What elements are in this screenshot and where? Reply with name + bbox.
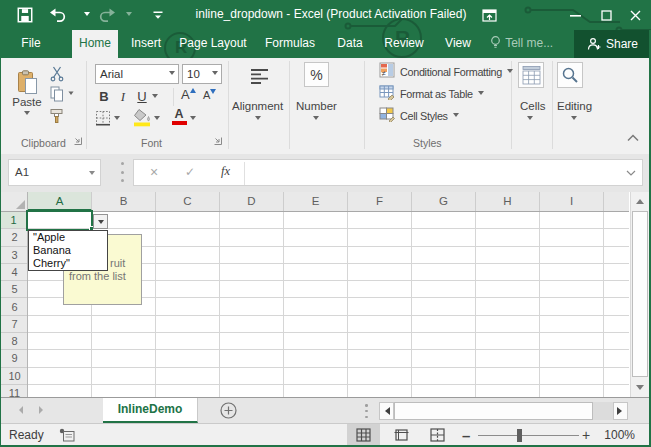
horizontal-scroll-thumb[interactable]: [394, 402, 593, 420]
row-header-3[interactable]: 3: [1, 247, 28, 264]
select-all-corner[interactable]: [1, 192, 28, 212]
cells-dropdown[interactable]: [527, 116, 533, 123]
cell-styles-button[interactable]: Cell Styles: [379, 108, 459, 124]
data-validation-dropdown-button[interactable]: [93, 214, 108, 229]
insert-function-button[interactable]: fx: [221, 164, 230, 179]
column-header-f[interactable]: F: [348, 192, 412, 211]
row-header-9[interactable]: 9: [1, 350, 28, 367]
column-header-b[interactable]: B: [92, 192, 156, 211]
share-button[interactable]: Share: [574, 30, 651, 58]
underline-button[interactable]: U: [135, 88, 149, 105]
ribbon-tab-file[interactable]: File: [8, 30, 54, 58]
ribbon-tab-review[interactable]: Review: [380, 30, 428, 58]
fill-color-button[interactable]: [133, 108, 152, 127]
selected-cell-a1[interactable]: [26, 210, 93, 231]
vertical-scrollbar[interactable]: [630, 192, 649, 397]
borders-button[interactable]: [95, 110, 111, 126]
font-color-dropdown[interactable]: [190, 116, 196, 123]
name-box[interactable]: A1: [8, 159, 101, 186]
ribbon-tab-insert[interactable]: Insert: [126, 30, 166, 58]
page-break-preview-button[interactable]: [421, 424, 454, 446]
ribbon-tab-home[interactable]: Home: [72, 30, 118, 58]
next-sheet-button[interactable]: [39, 406, 47, 414]
editing-button[interactable]: [557, 62, 583, 88]
row-header-5[interactable]: 5: [1, 281, 28, 298]
dropdown-item-2[interactable]: Banana: [29, 244, 107, 257]
alignment-button[interactable]: [245, 64, 273, 88]
save-button[interactable]: [17, 0, 33, 30]
column-header-i[interactable]: I: [540, 192, 604, 211]
undo-button[interactable]: [49, 0, 66, 30]
italic-button[interactable]: I: [117, 88, 129, 105]
editing-dropdown[interactable]: [571, 116, 577, 123]
zoom-out-button[interactable]: –: [462, 427, 470, 444]
dropdown-item-1[interactable]: "Apple: [29, 231, 107, 244]
font-name-combo[interactable]: Arial: [95, 64, 179, 84]
column-header-e[interactable]: E: [284, 192, 348, 211]
cut-button[interactable]: [50, 66, 64, 82]
formula-input[interactable]: [246, 160, 622, 185]
redo-dropdown[interactable]: [126, 0, 132, 30]
paste-button[interactable]: Paste: [9, 62, 45, 126]
cells-button[interactable]: [518, 62, 544, 88]
collapse-ribbon-button[interactable]: [627, 134, 639, 142]
number-format-button[interactable]: %: [304, 62, 329, 87]
tell-me-box[interactable]: Tell me...: [489, 30, 553, 57]
number-dropdown[interactable]: [313, 116, 319, 123]
tab-scrollbar-splitter[interactable]: [365, 404, 368, 418]
row-header-6[interactable]: 6: [1, 299, 28, 316]
expand-formula-bar-icon[interactable]: [626, 170, 636, 176]
zoom-in-button[interactable]: +: [582, 427, 590, 443]
font-dialog-launcher[interactable]: [213, 136, 223, 146]
ribbon-tab-page-layout[interactable]: Page Layout: [176, 30, 250, 58]
new-sheet-button[interactable]: [220, 402, 237, 423]
vertical-scroll-thumb[interactable]: [632, 211, 648, 377]
format-as-table-button[interactable]: Format as Table: [379, 86, 484, 102]
scroll-right-button[interactable]: [613, 402, 628, 420]
previous-sheet-button[interactable]: [15, 406, 23, 414]
dropdown-item-3[interactable]: Cherry": [29, 257, 107, 270]
copy-button[interactable]: [50, 86, 74, 102]
ribbon-tab-data[interactable]: Data: [330, 30, 370, 58]
cancel-button[interactable]: ×: [150, 164, 158, 180]
increase-font-size-button[interactable]: A: [181, 87, 196, 102]
column-header-g[interactable]: G: [412, 192, 476, 211]
enter-button[interactable]: ✓: [185, 165, 195, 179]
row-header-7[interactable]: 7: [1, 316, 28, 333]
zoom-slider-thumb[interactable]: [517, 429, 522, 442]
column-header-c[interactable]: C: [156, 192, 220, 211]
scroll-left-button[interactable]: [379, 402, 394, 420]
page-layout-view-button[interactable]: [385, 424, 418, 446]
ribbon-display-options-button[interactable]: [472, 0, 506, 30]
row-header-2[interactable]: 2: [1, 229, 28, 246]
ribbon-tab-formulas[interactable]: Formulas: [261, 30, 319, 58]
accessibility-checker-button[interactable]: [59, 428, 75, 445]
redo-button[interactable]: [99, 0, 116, 30]
font-size-combo[interactable]: 10: [182, 64, 222, 84]
row-header-11[interactable]: 11: [1, 385, 28, 397]
clipboard-dialog-launcher[interactable]: [73, 136, 83, 146]
undo-dropdown[interactable]: [84, 0, 90, 30]
normal-view-button[interactable]: [347, 424, 380, 446]
close-button[interactable]: [618, 0, 651, 30]
row-header-10[interactable]: 10: [1, 368, 28, 385]
row-header-1[interactable]: 1: [1, 212, 28, 229]
zoom-slider-track[interactable]: [478, 435, 579, 436]
column-header-h[interactable]: H: [476, 192, 540, 211]
sheet-tab-inlinedemo[interactable]: InlineDemo: [103, 398, 198, 423]
decrease-font-size-button[interactable]: A: [203, 89, 216, 101]
formula-bar-resizer[interactable]: [121, 162, 124, 182]
borders-dropdown[interactable]: [114, 116, 120, 123]
bold-button[interactable]: B: [97, 88, 111, 105]
row-header-8[interactable]: 8: [1, 333, 28, 350]
font-color-button[interactable]: A: [171, 108, 187, 125]
scroll-down-button[interactable]: [631, 380, 649, 397]
column-header-d[interactable]: D: [220, 192, 284, 211]
underline-dropdown[interactable]: [152, 94, 158, 101]
fill-color-dropdown[interactable]: [154, 116, 160, 123]
scroll-up-button[interactable]: [631, 192, 649, 209]
validation-dropdown-list[interactable]: "AppleBananaCherry": [28, 230, 108, 271]
ribbon-tab-view[interactable]: View: [438, 30, 478, 58]
format-painter-button[interactable]: [49, 108, 65, 124]
alignment-dropdown[interactable]: [255, 116, 261, 123]
